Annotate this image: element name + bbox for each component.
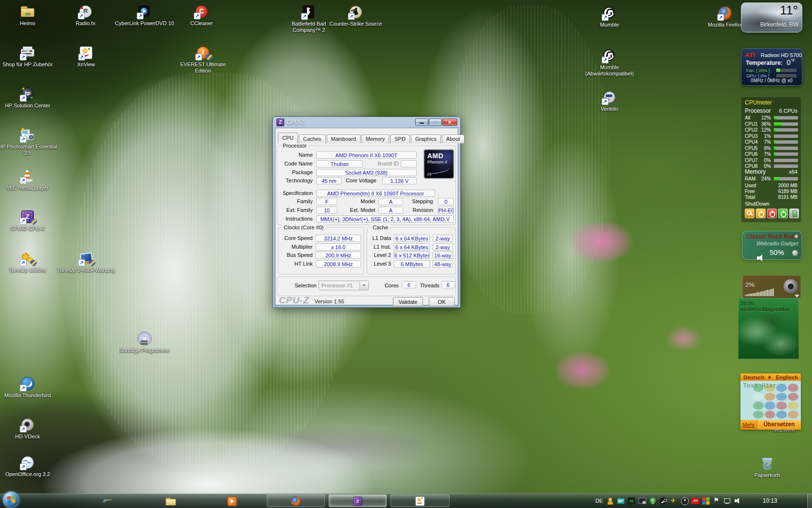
person-tray-icon[interactable] xyxy=(606,497,614,505)
gpu-clock-line: 0MHz / 0MHz @ x0 xyxy=(741,78,802,83)
desktop-icon-hp-solution-center[interactable]: hp↗HP Solution Center xyxy=(0,86,58,109)
tab-mainboard[interactable]: Mainboard xyxy=(327,134,361,143)
standby-button[interactable] xyxy=(756,209,766,218)
keyboard-tray-icon[interactable] xyxy=(617,497,625,505)
flag-tray-icon[interactable]: ⚑ xyxy=(712,497,721,505)
desktop-icon-radio-fx[interactable]: R↗Radio.fx xyxy=(56,4,116,27)
cpu-core-bar xyxy=(774,140,798,144)
validate-button[interactable]: Validate xyxy=(393,297,423,306)
tab-about[interactable]: About xyxy=(442,134,464,143)
volume-gadget[interactable]: 2% xyxy=(742,275,801,299)
gpu-model: Radeon HD 5700 xyxy=(761,52,802,58)
desktop-icon-tuneup-1klick[interactable]: ↗TuneUp 1-Klick-Wartung xyxy=(56,251,116,273)
precipitation-radar-gadget[interactable]: 10:05 niederschlagsradar xyxy=(738,298,799,359)
tab-caches[interactable]: Caches xyxy=(299,134,325,143)
desktop-icon-openoffice[interactable]: ↗OpenOffice.org 3.2 xyxy=(0,455,58,478)
radiofx-icon: R↗ xyxy=(78,4,93,19)
desktop-icon-xnview[interactable]: ↗XnView xyxy=(56,45,116,68)
close-button[interactable]: ✕ xyxy=(442,119,457,126)
cpumeter-gadget[interactable]: CPUmeter Processor 6 CPUs All12%CPU136%C… xyxy=(741,97,801,223)
openoffice-icon: ↗ xyxy=(20,455,35,470)
desktop-icon-tuneup-utilities[interactable]: ↗TuneUp Utilities xyxy=(0,251,58,273)
translate-button[interactable]: Übersetzen xyxy=(757,420,801,430)
tab-cpu[interactable]: CPU xyxy=(278,133,298,143)
desktop-icon-mumble-compat[interactable]: ↗Mumble (Abwärtskompatibel) xyxy=(580,48,639,77)
start-button[interactable] xyxy=(3,492,19,508)
tab-memory[interactable]: Memory xyxy=(362,134,390,143)
network-tray-icon[interactable] xyxy=(723,497,731,505)
translate-to[interactable]: Englisch xyxy=(776,374,798,380)
desktop-icon-hd-vdeck[interactable]: ↗HD VDeck xyxy=(0,417,58,440)
ext-model-label: Ext. Model xyxy=(346,207,375,214)
webradio-gadget[interactable]: Classic Rock Radio Webradio Gadget 50% xyxy=(742,231,802,260)
tuneup2-icon: ↗ xyxy=(78,251,94,266)
translate-from[interactable]: Deutsch xyxy=(743,374,764,380)
desktop-icon-label: Mozilla Thunderbird xyxy=(0,392,58,399)
desktop-icon-ccleaner[interactable]: C↗CCleaner xyxy=(172,4,232,27)
tab-spd[interactable]: SPD xyxy=(390,134,410,143)
energy-button[interactable] xyxy=(789,209,799,218)
recycle-icon xyxy=(759,456,775,471)
ok-button[interactable]: OK xyxy=(429,297,455,306)
minimize-button[interactable]: ▬ xyxy=(415,119,428,126)
translator-gadget[interactable]: Deutsch Englisch Text Hier Mehr Übersetz… xyxy=(740,374,801,430)
badge-tray-icon[interactable]: ✓ xyxy=(649,497,657,505)
desktop-icon-papierkorb[interactable]: Papierkorb xyxy=(737,456,797,478)
ati-tray-icon[interactable]: ATI xyxy=(691,497,699,505)
airplane-tray-icon[interactable]: ✈ xyxy=(670,497,678,505)
desktop-icon-label: HD VDeck xyxy=(0,433,58,440)
translate-language-bar[interactable]: Deutsch Englisch xyxy=(740,374,801,381)
taskbar-clock[interactable]: 10:13 xyxy=(763,493,777,508)
taskbar-button-firefox-window[interactable] xyxy=(267,494,325,507)
desktop-icon-mozilla-thunderbird[interactable]: ↗Mozilla Thunderbird xyxy=(0,376,58,399)
desktop-icon-heimo[interactable]: Heimo xyxy=(0,4,58,27)
unlock-button[interactable] xyxy=(745,209,754,218)
desktop-icon-hp-photosmart[interactable]: ↗HP Photosmart Essential 3.5 xyxy=(0,127,58,156)
maximize-button[interactable]: ▢ xyxy=(429,119,442,126)
taskbar-pinned-windows-explorer[interactable] xyxy=(163,495,175,508)
restart-button[interactable] xyxy=(778,209,788,218)
more-link[interactable]: Mehr xyxy=(740,420,757,430)
grid-tray-icon[interactable] xyxy=(702,497,710,505)
processor-select[interactable]: Processor #1 xyxy=(319,281,369,290)
desktop-icon-everest[interactable]: i↗EVEREST Ultimate Edition xyxy=(173,45,233,74)
taskbar-pinned-internet-explorer[interactable]: e xyxy=(100,495,113,508)
ext-family-field: 10 xyxy=(316,207,337,214)
desktop-icon-hp-shop[interactable]: ↗Shop für HP Zubehör xyxy=(0,45,58,68)
desktop-icon-mumble[interactable]: ↗Mumble xyxy=(580,5,639,28)
shortcut-arrow-icon: ↗ xyxy=(194,13,201,19)
desktop-icon-sonstige-programme[interactable]: DVDSonstige Programme xyxy=(115,331,174,354)
tab-graphics[interactable]: Graphics xyxy=(411,134,441,143)
printer-icon: ↗ xyxy=(20,45,35,60)
taskbar-button-cpuz-window[interactable]: Z xyxy=(329,494,387,507)
calendar-tray-icon[interactable]: 01 xyxy=(627,497,636,505)
ext-family-label: Ext. Family xyxy=(279,207,313,214)
radio-volume-knob[interactable] xyxy=(792,250,798,256)
cpu-core-bar xyxy=(774,122,798,126)
ati-gpu-gadget[interactable]: ATI Radeon HD 5700 Temperature: 0°F Fan:… xyxy=(741,48,802,86)
taskbar-pinned-media-player[interactable] xyxy=(224,495,237,508)
language-indicator[interactable]: DE xyxy=(595,498,603,504)
chevron-down-icon[interactable] xyxy=(795,295,799,298)
taskbar-button-xnview-window[interactable] xyxy=(391,494,450,507)
desktop-icon-vlc[interactable]: ↗VLC media player xyxy=(0,168,58,191)
voltage-field: 1.136 V xyxy=(382,177,417,184)
weather-gadget[interactable]: 11° Birkenfeld, BW xyxy=(741,2,802,32)
translate-placeholder: Text Hier xyxy=(743,382,777,389)
timer-tray-icon[interactable] xyxy=(681,497,689,505)
desktop-icon-cpuid-cpuz[interactable]: Z↗CPUID CPU-Z xyxy=(0,209,58,232)
desktop-icon-ventrilo[interactable]: ↗Ventrilo xyxy=(580,90,639,112)
cache-row-size: 6 x 64 KBytes xyxy=(394,235,430,242)
hdvdeck-icon: ↗ xyxy=(20,417,35,433)
chevron-down-icon[interactable] xyxy=(360,281,368,290)
clock-row-value: 3214.2 MHz xyxy=(316,235,361,242)
display-tray-icon[interactable] xyxy=(638,497,646,505)
speaker-tray-icon[interactable] xyxy=(734,497,742,505)
desktop-icon-powerdvd[interactable]: ↗CyberLink PowerDVD 10 xyxy=(115,4,174,27)
gpu-temp-label: Temperature: xyxy=(746,60,783,66)
translate-input-area[interactable]: Text Hier xyxy=(740,381,801,420)
steam-tray-icon[interactable] xyxy=(659,497,667,505)
desktop-icon-counter-strike-source[interactable]: ↗Counter-Strike Source xyxy=(326,4,386,27)
show-desktop-button[interactable] xyxy=(807,493,812,508)
shutdown-button[interactable] xyxy=(767,209,777,218)
